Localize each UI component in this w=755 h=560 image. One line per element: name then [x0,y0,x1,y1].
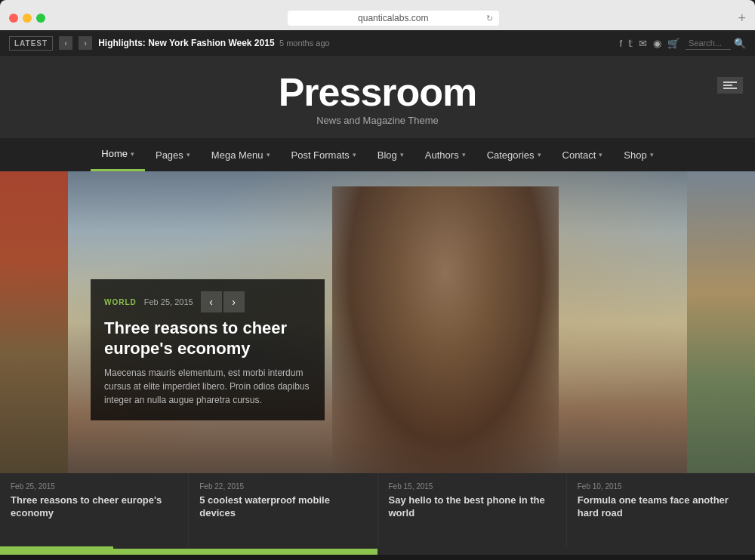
nav-item-pages[interactable]: Pages ▾ [145,138,201,171]
ticker-bar: LATEST ‹ › Highlights: New York Fashion … [0,30,755,56]
maximize-dot[interactable] [36,14,45,23]
widget-line-2 [723,85,732,86]
twitter-icon[interactable]: 𝕥 [628,38,633,49]
nav-label-blog: Blog [378,149,397,161]
nav-label-post-formats: Post Formats [291,149,350,161]
widget-line-3 [723,88,737,89]
new-tab-button[interactable]: + [738,11,746,26]
nav-label-categories: Categories [487,149,535,161]
hero-meta: WORLD Feb 25, 2015 ‹ › [104,291,311,312]
nav-arrow-post-formats: ▾ [353,151,356,158]
bar-segment-green [0,549,378,555]
hero-side-right [687,171,755,473]
bar-segment-dark [378,549,755,555]
post-strip-date-4: Feb 10, 2015 [578,482,744,491]
post-strip-item-1[interactable]: Feb 25, 2015 Three reasons to cheer euro… [0,473,189,549]
hero-nav-buttons: ‹ › [201,291,245,312]
hero-category: WORLD [104,298,137,306]
close-dot[interactable] [9,14,18,23]
nav-label-home: Home [101,148,128,159]
nav-item-home[interactable]: Home ▾ [91,138,145,171]
nav-arrow-mega-menu: ▾ [267,151,270,158]
hero-title: Three reasons to cheer europe's economy [104,318,311,358]
nav-label-authors: Authors [425,149,459,161]
ticker-prev-button[interactable]: ‹ [59,36,72,50]
hero-side-left [0,171,68,473]
nav-item-shop[interactable]: Shop ▾ [613,138,664,171]
post-strip-item-2[interactable]: Feb 22, 2015 5 coolest waterproof mobile… [189,473,378,549]
feed-icon[interactable]: ◉ [653,38,661,49]
post-strip-date-2: Feb 22, 2015 [199,482,366,491]
nav-label-shop: Shop [624,149,646,161]
bottom-bars [0,549,755,555]
facebook-icon[interactable]: f [619,38,622,49]
search-input[interactable] [686,37,731,50]
nav-arrow-authors: ▾ [462,151,466,158]
site-wrapper: LATEST ‹ › Highlights: New York Fashion … [0,30,755,555]
ticker-text: Highlights: New York Fashion Week 2015 5… [98,38,613,48]
post-strip-title-4: Formula one teams face another hard road [578,494,744,520]
hero-excerpt: Maecenas mauris elementum, est morbi int… [104,366,311,407]
post-strip-date-3: Feb 15, 2015 [389,482,556,491]
nav-item-categories[interactable]: Categories ▾ [476,138,552,171]
hero-overlay: WORLD Feb 25, 2015 ‹ › Three reasons to … [91,279,325,420]
ticker-socials: f 𝕥 ✉ ◉ 🛒 [619,38,680,49]
nav-arrow-home: ▾ [131,150,134,158]
hero-prev-button[interactable]: ‹ [201,291,222,312]
minimize-dot[interactable] [23,14,32,23]
nav-arrow-categories: ▾ [538,151,541,158]
ticker-search: 🔍 [686,37,746,50]
nav-label-contact: Contact [562,149,596,161]
ticker-next-button[interactable]: › [79,36,92,50]
nav-item-mega-menu[interactable]: Mega Menu ▾ [201,138,281,171]
site-title: Pressroom [0,72,755,112]
address-box[interactable]: quanticalabs.com ↻ [288,11,499,26]
nav-arrow-contact: ▾ [599,151,602,158]
post-strip-title-2: 5 coolest waterproof mobile devices [199,494,366,520]
posts-strip: Feb 25, 2015 Three reasons to cheer euro… [0,473,755,549]
hero-next-button[interactable]: › [223,291,245,312]
post-strip-item-4[interactable]: Feb 10, 2015 Formula one teams face anot… [567,473,755,549]
reload-icon[interactable]: ↻ [486,14,493,23]
post-strip-item-3[interactable]: Feb 15, 2015 Say hello to the best phone… [378,473,567,549]
browser-chrome: quanticalabs.com ↻ + [0,0,755,30]
hero-main: WORLD Feb 25, 2015 ‹ › Three reasons to … [68,171,687,473]
widget-toggle-button[interactable] [717,77,743,94]
cart-icon[interactable]: 🛒 [667,38,680,49]
site-tagline: News and Magazine Theme [0,115,755,126]
hero-person-figure [332,186,559,473]
post-strip-date-1: Feb 25, 2015 [11,482,177,491]
post-strip-title-3: Say hello to the best phone in the world [389,494,556,520]
nav-label-mega-menu: Mega Menu [211,149,263,161]
hero-date: Feb 25, 2015 [144,297,193,306]
search-icon[interactable]: 🔍 [734,38,746,49]
nav-item-blog[interactable]: Blog ▾ [367,138,414,171]
widget-line-1 [723,82,737,83]
ticker-time: 5 months ago [277,38,330,48]
ticker-label: LATEST [9,36,53,51]
nav-arrow-shop: ▾ [650,151,654,158]
address-bar-container: quanticalabs.com ↻ [54,11,732,26]
browser-dots [9,14,45,23]
nav-item-post-formats[interactable]: Post Formats ▾ [281,138,367,171]
hero-section: WORLD Feb 25, 2015 ‹ › Three reasons to … [0,171,755,473]
nav-item-authors[interactable]: Authors ▾ [414,138,476,171]
nav-item-contact[interactable]: Contact ▾ [552,138,614,171]
browser-tabs-bar: quanticalabs.com ↻ + [0,6,755,30]
post-strip-title-1: Three reasons to cheer europe's economy [11,494,177,520]
nav-arrow-blog: ▾ [400,151,404,158]
url-text: quanticalabs.com [358,13,428,23]
main-nav: Home ▾ Pages ▾ Mega Menu ▾ Post Formats … [0,138,755,171]
ticker-headline: Highlights: New York Fashion Week 2015 [98,38,274,48]
nav-arrow-pages: ▾ [186,151,190,158]
site-header: Pressroom News and Magazine Theme [0,56,755,138]
email-icon[interactable]: ✉ [639,38,647,49]
nav-label-pages: Pages [156,149,183,161]
